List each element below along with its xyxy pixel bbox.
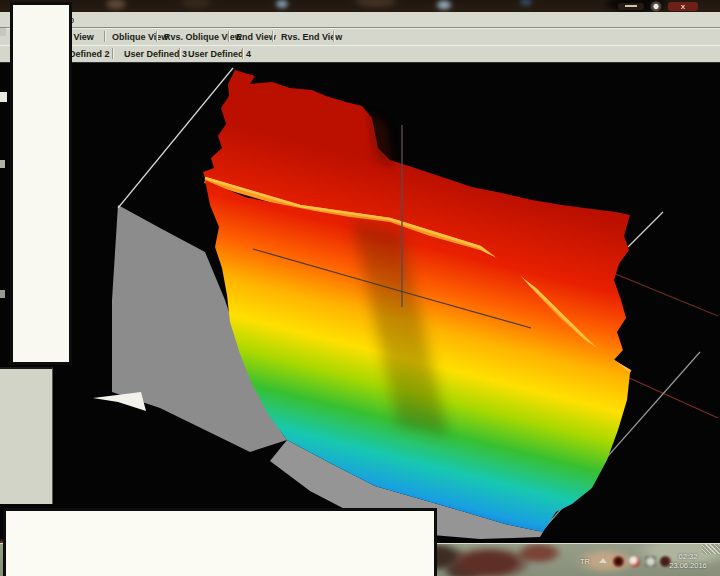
tray-icon-1[interactable]	[613, 556, 624, 567]
overlay-box-left-tall	[10, 2, 72, 365]
edge-fragment	[0, 160, 5, 168]
minimize-button[interactable]	[618, 3, 644, 10]
view-button-rvs-oblique[interactable]: Rvs. Oblique View	[164, 32, 242, 42]
view-button-oblique[interactable]: Oblique View	[112, 32, 168, 42]
north-arrow	[93, 392, 146, 411]
photo-blur-art	[0, 0, 720, 12]
screen: x elp e View Oblique View Rvs. Oblique V…	[0, 0, 720, 576]
menu-bar: elp	[0, 12, 720, 28]
toolbar-separator	[156, 31, 157, 42]
surface-scene	[0, 63, 720, 543]
show-hidden-icons-icon[interactable]	[599, 558, 607, 563]
clock-date: 23.06.2016	[660, 561, 716, 570]
edge-fragment	[0, 28, 6, 36]
edge-fragment	[0, 92, 7, 102]
language-indicator[interactable]: TR	[580, 557, 590, 566]
toolbar-separator	[228, 31, 229, 42]
box-edge-top-right	[628, 212, 663, 247]
close-button[interactable]: x	[668, 2, 698, 11]
user-defined-3-button[interactable]: User Defined 3	[124, 49, 187, 59]
tray-icon-2[interactable]	[629, 556, 640, 567]
toolbar-separator	[242, 48, 243, 59]
tray-icon-3[interactable]	[645, 556, 656, 567]
maximize-button[interactable]	[650, 1, 662, 12]
clock[interactable]: 02:32 23.06.2016	[660, 552, 716, 570]
overlay-box-bottom-wide	[3, 508, 437, 576]
toolbar-separator	[104, 31, 105, 42]
user-defined-toolbar: r Defined 2 User Defined 3 User Defined …	[0, 45, 720, 64]
toolbar-separator	[179, 48, 180, 59]
view-button-end[interactable]: End View	[236, 32, 276, 42]
overlay-box-left-gray	[0, 367, 53, 504]
show-desktop-button[interactable]	[702, 544, 720, 554]
desktop-photo-strip: x	[0, 0, 720, 12]
toolbar-separator	[272, 31, 273, 42]
toolbar-separator	[333, 31, 334, 42]
minimize-icon	[625, 5, 637, 7]
viewport-3d[interactable]	[0, 63, 720, 543]
edge-fragment	[0, 290, 5, 298]
view-toolbar: e View Oblique View Rvs. Oblique View En…	[0, 28, 720, 46]
toolbar-separator	[112, 48, 113, 59]
